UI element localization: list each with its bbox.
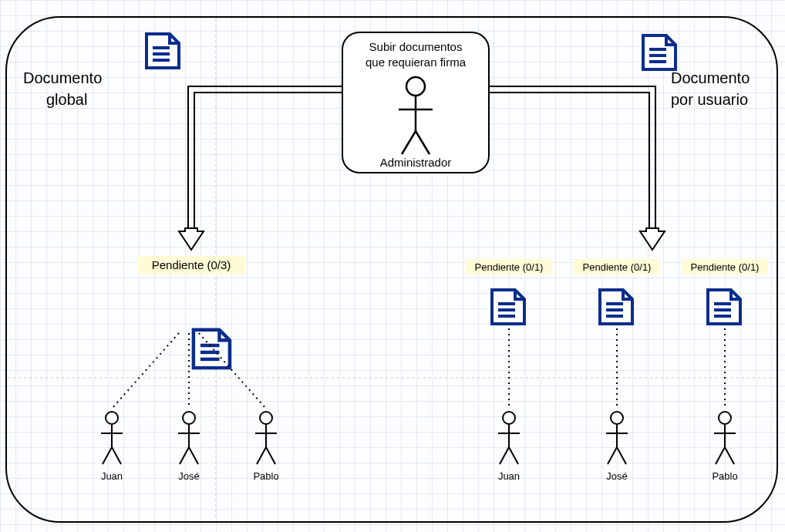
document-icon [708, 290, 740, 324]
right-item-2: Pendiente (0/1) Pablo [682, 259, 768, 482]
admin-line1: Subir documentos [369, 40, 463, 53]
arrow-left [179, 86, 342, 250]
pending-badge-left: Pendiente (0/3) [137, 256, 245, 274]
user-name: Juan [498, 470, 520, 482]
right-item-0: Pendiente (0/1) Juan [466, 259, 552, 482]
user-left-0: Juan [101, 412, 123, 482]
document-icon [492, 290, 524, 324]
right-title-line1: Documento [671, 69, 750, 86]
person-icon [255, 412, 277, 464]
svg-line-15 [112, 333, 179, 409]
document-icon [643, 35, 676, 69]
user-name: Pablo [253, 470, 278, 482]
left-title-line1: Documento [23, 69, 102, 86]
user-left-2: Pablo [253, 412, 278, 482]
left-title: Documento global [23, 69, 102, 108]
person-icon [101, 412, 123, 464]
document-icon [600, 290, 632, 324]
person-icon [606, 412, 628, 464]
person-icon [178, 412, 200, 464]
document-icon [147, 34, 179, 68]
person-icon [714, 412, 736, 464]
right-item-1: Pendiente (0/1) José [574, 259, 660, 482]
pending-text: Pendiente (0/3) [152, 258, 231, 271]
pending-text: Pendiente (0/1) [691, 261, 760, 273]
admin-box: Subir documentos que requieran firma Adm… [342, 32, 489, 173]
user-name: José [606, 470, 627, 482]
connector-group-left [112, 333, 266, 409]
right-title-line2: por usuario [671, 91, 748, 108]
right-title: Documento por usuario [671, 69, 750, 108]
person-icon [498, 412, 520, 464]
pending-text: Pendiente (0/1) [583, 261, 652, 273]
user-name: Pablo [712, 470, 737, 482]
admin-line2: que requieran firma [366, 56, 467, 69]
left-title-line2: global [46, 91, 87, 108]
user-left-1: José [178, 412, 200, 482]
pending-text: Pendiente (0/1) [475, 261, 544, 273]
user-name: Juan [101, 470, 123, 482]
arrow-right [489, 86, 665, 250]
admin-role: Administrador [380, 156, 452, 169]
user-name: José [178, 470, 199, 482]
